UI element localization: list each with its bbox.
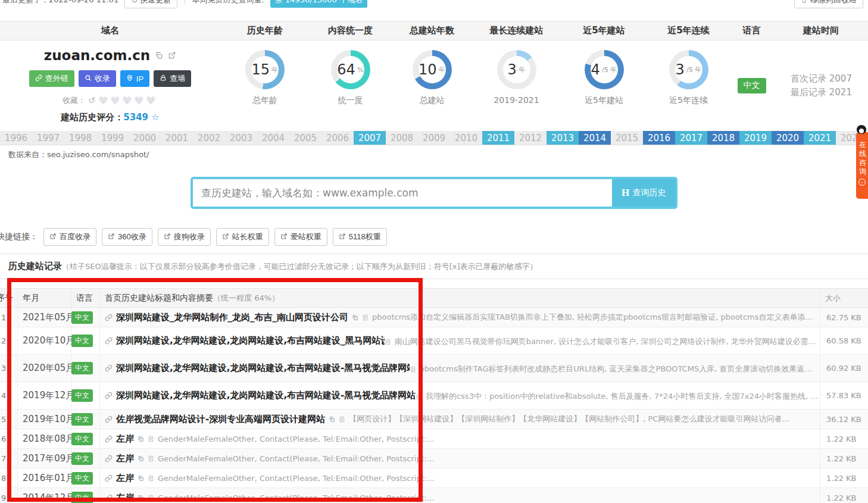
quick-refresh-button[interactable]: ↻ 快速更新 (124, 0, 177, 8)
doc-icon (148, 455, 154, 462)
language-badge: 中文 (71, 472, 93, 485)
quick-link-5118权重[interactable]: 5118权重 (333, 228, 387, 246)
row-index: 4 (0, 382, 18, 409)
action-button-IP[interactable]: IP (120, 70, 149, 87)
record-title-link[interactable]: 深圳网站建设_龙华网站制作_龙岗_布吉_南山网页设计公司 (116, 312, 348, 323)
heart-icon[interactable]: ♥ (146, 94, 158, 107)
stats-header-col: 近5年建站 (560, 25, 648, 36)
stats-header-col: 建站时间 (774, 25, 868, 36)
timeline-year-2002[interactable]: 2002 (193, 131, 225, 145)
language-badge: 中文 (71, 433, 93, 445)
row-size: 1.22 KB (820, 474, 868, 483)
copy-icon[interactable] (138, 475, 144, 482)
star-icon[interactable]: ☆ (151, 112, 159, 123)
copy-icon[interactable] (138, 436, 144, 442)
timeline-year-2019[interactable]: 2019 (739, 131, 772, 145)
heart-icon[interactable]: ♥ (110, 94, 122, 107)
row-title-cell: 左岸 GenderMaleFemaleOther, Contact(Please… (100, 488, 820, 503)
donut-stat: 4 /5 年 近5年建站 (560, 40, 648, 131)
quick-link-360收录[interactable]: 360收录 (102, 228, 152, 246)
refresh-favorite-icon[interactable]: ↺ (88, 95, 96, 106)
chat-widget[interactable]: 在线咨询 – (856, 132, 868, 199)
timeline-year-2010[interactable]: 2010 (450, 131, 482, 145)
row-date: 2020年05月 (18, 355, 71, 382)
record-title-link[interactable]: 深圳网站建设,龙华网站建设,龙岗网站建设,布吉网站建设_黑马网站设计公司 (116, 335, 385, 346)
action-button-查墙[interactable]: 查墙 (154, 70, 191, 87)
row-language: 中文 (71, 410, 100, 429)
table-row: 4 2019年12月 中文 深圳网站建设,龙华网站建设,龙岗网站建设,布吉网站建… (0, 382, 868, 410)
search-history-button[interactable]: H 查询历史 (612, 179, 675, 207)
trash-icon (801, 0, 808, 4)
row-date: 2016年01月 (18, 468, 71, 488)
timeline-year-2009[interactable]: 2009 (418, 131, 450, 145)
record-title-link[interactable]: 深圳网站建设,龙华网站建设,龙岗网站建设,布吉网站建设-黑马视觉品牌网站建设 (116, 390, 416, 401)
copy-icon[interactable] (138, 495, 144, 501)
timeline-year-1999[interactable]: 1999 (96, 131, 129, 145)
copy-icon[interactable] (329, 416, 335, 423)
timeline-year-2012[interactable]: 2012 (514, 131, 547, 145)
timeline-year-2018[interactable]: 2018 (707, 131, 739, 145)
copy-icon[interactable] (155, 51, 163, 60)
timeline-year-2004[interactable]: 2004 (257, 131, 289, 145)
timeline-year-2016[interactable]: 2016 (643, 131, 675, 145)
quick-link-百度收录[interactable]: 百度收录 (43, 228, 96, 246)
timeline-year-2008[interactable]: 2008 (386, 131, 418, 145)
table-row: 5 2019年10月 中文 佐岸视觉品牌网站设计-深圳专业高端网页设计建网站 【… (0, 410, 868, 429)
quick-link-爱站权重[interactable]: 爱站权重 (274, 228, 327, 246)
doc-icon (410, 366, 416, 373)
external-link-icon[interactable] (168, 51, 176, 60)
timeline-year-2005[interactable]: 2005 (289, 131, 321, 145)
row-title-cell: 深圳网站建设,龙华网站建设,龙岗网站建设,布吉网站建设_黑马网站设计公司 南山网… (100, 327, 820, 354)
copy-icon[interactable] (138, 455, 144, 462)
record-title-link[interactable]: 左岸 (116, 453, 134, 464)
timeline-year-2017[interactable]: 2017 (675, 131, 707, 145)
quick-link-站长权重[interactable]: 站长权重 (216, 228, 269, 246)
table-row: 7 2017年09月 中文 左岸 GenderMaleFemaleOther, … (0, 449, 868, 468)
page: 最后更新了：2022-09-26 11:01 ↻ 快速更新 | 本周免费历史查询… (0, 0, 868, 503)
doc-icon (148, 436, 154, 442)
donut-label: 近5年建站 (585, 95, 623, 106)
heart-icon[interactable]: ♥ (134, 94, 146, 107)
timeline-year-2014[interactable]: 2014 (579, 131, 611, 145)
record-title-link[interactable]: 深圳网站建设,龙华网站建设,龙岗网站建设,布吉网站建设-黑马视觉品牌网站建设 (116, 363, 410, 374)
timeline-year-2013[interactable]: 2013 (547, 131, 579, 145)
record-title-link[interactable]: 佐岸视觉品牌网站设计-深圳专业高端网页设计建网站 (116, 414, 325, 425)
donut-stats: 15 年 总年龄 64 % 统一度 10 年 总建站 3 年 2019-2021… (220, 40, 729, 131)
timeline-year-2006[interactable]: 2006 (321, 131, 354, 145)
record-title-link[interactable]: 左岸 (116, 492, 134, 503)
timeline-year-2011[interactable]: 2011 (482, 131, 514, 145)
timeline-year-2007[interactable]: 2007 (354, 131, 386, 145)
recycle-bin-button[interactable]: 移除到回收站 (794, 0, 863, 8)
action-button-查外链[interactable]: 查外链 (29, 70, 74, 87)
doc-icon (416, 393, 422, 400)
doc-icon (362, 314, 369, 321)
action-button-收录[interactable]: 收录 (79, 70, 116, 87)
donut-stat: 10 年 总建站 (391, 40, 473, 131)
timeline-year-2001[interactable]: 2001 (161, 131, 193, 145)
copy-icon[interactable] (352, 314, 358, 321)
favorite-hearts[interactable]: ♥♥♥♥♥ (98, 94, 158, 107)
external-link-icon (49, 233, 57, 242)
language-badge: 中文 (71, 413, 93, 426)
heart-icon[interactable]: ♥ (122, 94, 134, 107)
row-index: 1 (0, 308, 18, 327)
domain-name: zuoan.com.cn (44, 48, 150, 63)
timeline-year-2000[interactable]: 2000 (129, 131, 161, 145)
col-title: 首页历史建站标题和内容摘要 (105, 293, 213, 304)
quick-link-搜狗收录[interactable]: 搜狗收录 (158, 228, 211, 246)
last-update-text: 最后更新了：2022-09-26 11:01 (2, 0, 118, 5)
timeline-year-2020[interactable]: 2020 (772, 131, 804, 145)
record-title-link[interactable]: 左岸 (116, 433, 134, 445)
timeline-year-2015[interactable]: 2015 (611, 131, 643, 145)
timeline-year-1997[interactable]: 1997 (32, 131, 64, 145)
heart-icon[interactable]: ♥ (98, 94, 110, 107)
language-badge: 中文 (71, 452, 93, 465)
record-title-link[interactable]: 左岸 (116, 473, 134, 484)
external-link-icon (222, 233, 229, 242)
timeline-year-2003[interactable]: 2003 (225, 131, 257, 145)
search-input[interactable] (193, 179, 612, 207)
timeline-year-1996[interactable]: 1996 (0, 131, 32, 145)
timeline-year-2021[interactable]: 2021 (804, 131, 836, 145)
timeline-year-1998[interactable]: 1998 (64, 131, 96, 145)
quick-links-label: 快捷链接： (0, 232, 38, 242)
